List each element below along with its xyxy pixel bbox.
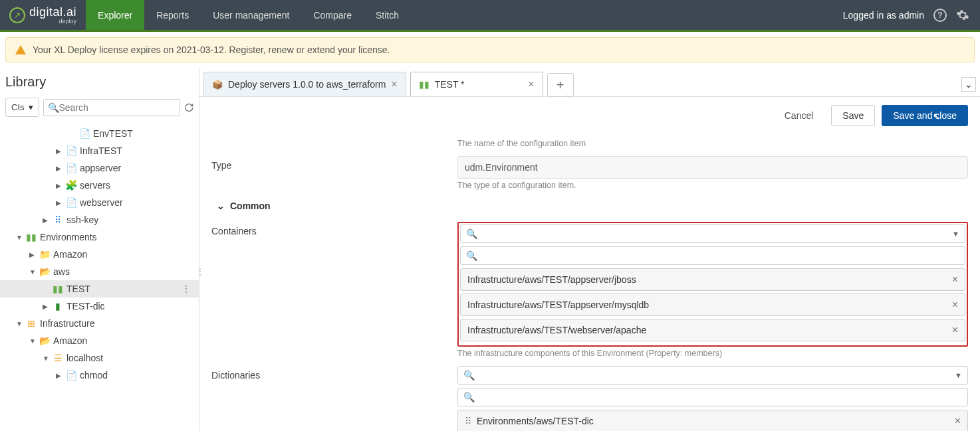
tree-node-label: Infrastructure <box>40 318 94 329</box>
container-item-label: Infrastructure/aws/TEST/webserver/apache <box>467 325 646 335</box>
form-body: The name of the configuration item Type … <box>199 130 980 431</box>
section-common[interactable]: ⌄ Common <box>211 191 968 215</box>
tree-node-infratest[interactable]: ▶📄InfraTEST <box>0 142 199 159</box>
tree-node-amazon[interactable]: ▶📁Amazon <box>0 246 199 263</box>
splitter-handle[interactable]: ⋮ <box>196 267 201 276</box>
search-icon: 🔍 <box>466 228 477 239</box>
dictionaries-dropdown[interactable]: 🔍 ▼ <box>457 366 968 385</box>
dictionaries-filter[interactable]: 🔍 <box>457 388 968 406</box>
dictionaries-label: Dictionaries <box>211 366 457 431</box>
warning-icon <box>15 45 26 54</box>
caret-icon[interactable]: ▶ <box>29 251 36 258</box>
nav-user-management[interactable]: User management <box>201 0 301 30</box>
caret-icon[interactable]: ▶ <box>56 165 62 172</box>
tab-test-env[interactable]: ▮▮ TEST * × <box>410 72 543 96</box>
tree-node-label: Amazon <box>53 335 87 346</box>
environment-icon: ▮▮ <box>419 79 429 90</box>
nav-explorer[interactable]: Explorer <box>86 0 144 30</box>
close-icon[interactable]: × <box>391 78 397 90</box>
containers-filter-input[interactable] <box>481 250 959 261</box>
nav-stitch[interactable]: Stitch <box>364 0 411 30</box>
dictionaries-row: Dictionaries 🔍 ▼ 🔍 ⠿Environments/aws/TES… <box>211 359 968 431</box>
dictionaries-dropdown-input[interactable] <box>479 370 951 381</box>
tree-node-test[interactable]: ▮▮TEST⋮ <box>0 280 199 298</box>
tab-test-label: TEST * <box>435 79 465 90</box>
refresh-icon[interactable] <box>184 102 194 114</box>
library-search[interactable]: 🔍 <box>43 99 180 116</box>
containers-dropdown[interactable]: 🔍 ▼ <box>460 224 965 243</box>
nav-items: Explorer Reports User management Compare… <box>86 0 411 30</box>
caret-icon[interactable]: ▼ <box>29 337 36 345</box>
remove-icon[interactable]: × <box>952 299 958 311</box>
help-icon[interactable]: ? <box>933 9 947 22</box>
save-and-close-button[interactable]: Save and close ↖ <box>882 105 968 126</box>
tree-node-amazon[interactable]: ▼📂Amazon <box>0 332 199 349</box>
brand-text: digital.ai <box>29 5 76 19</box>
chevron-down-icon[interactable]: ▼ <box>952 230 959 238</box>
banner-text: Your XL Deploy license expires on 2021-0… <box>33 44 390 55</box>
chevron-down-icon[interactable]: ▼ <box>955 371 962 379</box>
tree-node-localhost[interactable]: ▼☰localhost <box>0 349 199 367</box>
topbar-right: Logged in as admin ? <box>843 9 980 22</box>
section-common-label: Common <box>230 201 271 211</box>
search-icon: 🔍 <box>463 392 475 402</box>
tree-node-ssh-key[interactable]: ▶⠿ssh-key <box>0 211 199 228</box>
tree-node-label: ssh-key <box>66 215 98 225</box>
tree-node-servers[interactable]: ▶🧩servers <box>0 177 199 194</box>
caret-icon[interactable]: ▼ <box>16 320 23 327</box>
tree-node-label: localhost <box>66 353 103 363</box>
dictionaries-filter-input[interactable] <box>479 392 962 402</box>
caret-icon[interactable]: ▶ <box>43 303 49 310</box>
remove-icon[interactable]: × <box>952 324 958 336</box>
remove-icon[interactable]: × <box>952 274 958 286</box>
caret-icon[interactable]: ▶ <box>56 182 62 189</box>
type-value: udm.Environment <box>457 156 968 179</box>
caret-icon[interactable]: ▶ <box>56 147 62 155</box>
tabs-overflow-button[interactable]: ⌄ <box>961 77 976 92</box>
tree-node-webserver[interactable]: ▶📄webserver <box>0 194 199 211</box>
tree-node-infrastructure[interactable]: ▼⊞Infrastructure <box>0 315 199 332</box>
caret-icon[interactable]: ▼ <box>16 234 23 241</box>
kebab-icon[interactable]: ⋮ <box>178 284 195 294</box>
tree-node-environments[interactable]: ▼▮▮Environments <box>0 228 199 246</box>
drag-handle-icon[interactable]: ⠿ <box>465 416 471 426</box>
name-help-row: The name of the configuration item <box>211 130 968 149</box>
caret-icon[interactable]: ▶ <box>56 199 62 207</box>
container-item-label: Infrastructure/aws/TEST/appserver/mysqld… <box>467 300 649 310</box>
tree-node-label: InfraTEST <box>80 145 122 156</box>
tab-deploy[interactable]: 📦 Deploy servers 1.0.0 to aws_terraform … <box>203 72 406 96</box>
tab-deploy-label: Deploy servers 1.0.0 to aws_terraform <box>228 79 386 90</box>
containers-label: Containers <box>211 222 457 358</box>
brand-mark-icon: ↗ <box>9 7 25 23</box>
tree-node-test-dic[interactable]: ▶▮TEST-dic <box>0 298 199 315</box>
close-icon[interactable]: × <box>528 78 534 90</box>
caret-icon[interactable]: ▼ <box>29 268 36 276</box>
cancel-button[interactable]: Cancel <box>773 105 825 126</box>
caret-icon[interactable]: ▼ <box>43 355 49 362</box>
dictionary-item-label: Environments/aws/TEST-dic <box>477 416 594 426</box>
tree-node-chmod[interactable]: ▶📄chmod <box>0 367 199 384</box>
caret-icon[interactable]: ▶ <box>56 372 62 379</box>
containers-filter[interactable]: 🔍 <box>460 246 965 265</box>
remove-icon[interactable]: × <box>955 415 961 427</box>
accent-bar <box>0 30 980 32</box>
library-search-input[interactable] <box>59 102 176 113</box>
form-actions: Cancel Save Save and close ↖ <box>199 97 980 130</box>
tree-node-label: servers <box>80 180 110 191</box>
caret-icon[interactable]: ▶ <box>43 216 49 224</box>
containers-dropdown-input[interactable] <box>481 228 948 239</box>
save-button[interactable]: Save <box>831 105 875 126</box>
tree-node-appserver[interactable]: ▶📄appserver <box>0 159 199 177</box>
logged-in-text: Logged in as admin <box>843 10 924 21</box>
tree-node-aws[interactable]: ▼📂aws <box>0 263 199 280</box>
nav-compare[interactable]: Compare <box>301 0 364 30</box>
tree-node-envtest[interactable]: 📄EnvTEST <box>0 125 199 142</box>
deploy-icon: 📦 <box>212 80 223 90</box>
license-warning-banner: Your XL Deploy license expires on 2021-0… <box>5 37 975 62</box>
save-close-label: Save and close <box>893 110 957 121</box>
nav-reports[interactable]: Reports <box>144 0 201 30</box>
type-row: Type udm.Environment The type of a confi… <box>211 149 968 191</box>
ci-type-select[interactable]: CIs ▾ <box>5 98 39 117</box>
add-tab-button[interactable]: + <box>547 73 574 97</box>
gear-icon[interactable] <box>956 9 969 22</box>
